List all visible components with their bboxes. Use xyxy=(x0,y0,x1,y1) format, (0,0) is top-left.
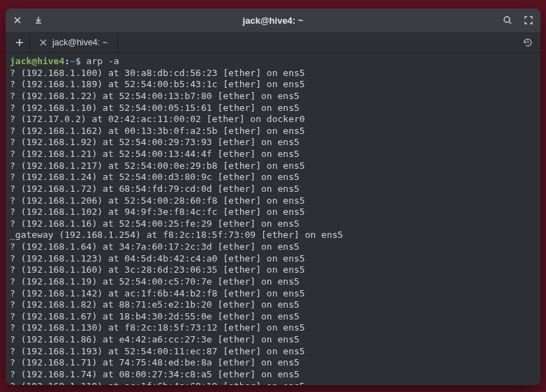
arp-entry: ? (192.168.1.21) at 52:54:00:13:44:4f [e… xyxy=(10,149,536,160)
arp-entry: ? (192.168.1.22) at 52:54:00:13:b7:80 [e… xyxy=(10,91,536,103)
arp-entry: ? (192.168.1.130) at f8:2c:18:5f:73:12 [… xyxy=(10,322,536,334)
arp-entry: ? (192.168.1.24) at 52:54:00:d3:80:9c [e… xyxy=(10,172,536,183)
arp-entry: ? (192.168.1.71) at 74:75:48:ed:be:8a [e… xyxy=(10,357,536,369)
history-icon[interactable] xyxy=(515,32,540,52)
tab-label: jack@hive4: ~ xyxy=(52,38,108,47)
arp-entry: ? (192.168.1.162) at 00:13:3b:0f:a2:5b [… xyxy=(10,126,536,137)
arp-entry: ? (192.168.1.100) at 30:a8:db:cd:56:23 [… xyxy=(10,68,536,80)
arp-entry: ? (192.168.1.64) at 34:7a:60:17:2c:3d [e… xyxy=(10,241,536,253)
arp-entry: ? (192.168.1.189) at 52:54:00:b5:43:1c [… xyxy=(10,79,536,91)
titlebar: jack@hive4: ~ xyxy=(6,8,540,32)
arp-entry: ? (192.168.1.74) at 08:00:27:34:c8:a5 [e… xyxy=(10,369,536,381)
arp-entry: ? (192.168.1.10) at 52:54:00:05:15:61 [e… xyxy=(10,103,536,114)
svg-point-0 xyxy=(504,17,510,22)
search-icon[interactable] xyxy=(503,15,512,25)
window-title: jack@hive4: ~ xyxy=(243,15,304,26)
arp-entry: ? (192.168.1.92) at 52:54:00:29:73:93 [e… xyxy=(10,137,536,149)
arp-entry: ? (192.168.1.102) at 94:9f:3e:f8:4c:fc [… xyxy=(10,206,536,218)
arp-entry: ? (172.17.0.2) at 02:42:ac:11:00:02 [eth… xyxy=(10,114,536,126)
command-text: arp -a xyxy=(87,56,119,66)
arp-entry: ? (192.168.1.123) at 04:5d:4b:42:c4:a0 [… xyxy=(10,253,536,265)
new-tab-button[interactable] xyxy=(10,32,29,52)
arp-entry: ? (192.168.1.217) at 52:54:00:0e:29:b8 [… xyxy=(10,160,536,172)
tab-close-icon[interactable] xyxy=(40,39,47,46)
tabbar: jack@hive4: ~ xyxy=(6,32,540,53)
arp-entry: ? (192.168.1.119) at ac:1f:6b:4a:68:18 [… xyxy=(10,381,536,386)
tab-terminal[interactable]: jack@hive4: ~ xyxy=(29,32,118,52)
arp-entry: ? (192.168.1.67) at 18:b4:30:2d:55:0e [e… xyxy=(10,311,536,323)
arp-entry: ? (192.168.1.72) at 68:54:fd:79:cd:0d [e… xyxy=(10,183,536,195)
arp-entry: _gateway (192.168.1.254) at f8:2c:18:5f:… xyxy=(10,229,536,241)
terminal-window: jack@hive4: ~ jack@hive4: ~ jack@hive4:~… xyxy=(6,8,540,385)
terminal-output[interactable]: jack@hive4:~$ arp -a? (192.168.1.100) at… xyxy=(6,53,540,385)
arp-entry: ? (192.168.1.160) at 3c:28:6d:23:06:35 [… xyxy=(10,264,536,276)
arp-entry: ? (192.168.1.206) at 52:54:00:28:60:f8 [… xyxy=(10,195,536,207)
fullscreen-icon[interactable] xyxy=(524,15,533,25)
arp-entry: ? (192.168.1.82) at 88:71:e5:e2:1b:20 [e… xyxy=(10,299,536,311)
prompt-line: jack@hive4:~$ arp -a xyxy=(10,56,536,68)
arp-entry: ? (192.168.1.193) at 52:54:00:11:ec:87 [… xyxy=(10,346,536,358)
close-icon[interactable] xyxy=(13,15,22,25)
arp-entry: ? (192.168.1.16) at 52:54:00:25:fe:29 [e… xyxy=(10,218,536,230)
download-icon[interactable] xyxy=(34,15,43,25)
arp-entry: ? (192.168.1.86) at e4:42:a6:cc:27:3e [e… xyxy=(10,334,536,346)
arp-entry: ? (192.168.1.19) at 52:54:00:c5:70:7e [e… xyxy=(10,276,536,288)
arp-entry: ? (192.168.1.142) at ac:1f:6b:44:b2:f8 [… xyxy=(10,288,536,300)
